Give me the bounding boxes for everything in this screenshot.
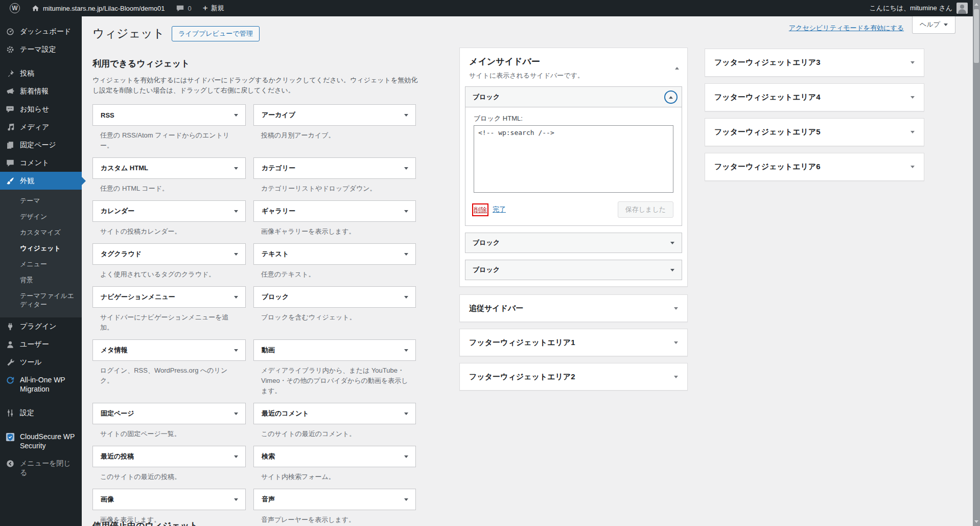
chevron-down-icon[interactable] [234,167,238,172]
widget-card-image[interactable]: 画像 [92,489,246,510]
widget-card-video[interactable]: 動画 [253,339,416,361]
sidebar-item-posts[interactable]: 投稿 [0,64,82,82]
sidebar-item-settings[interactable]: 設定 [0,404,82,422]
sidebar-item-news[interactable]: 新着情報 [0,82,82,100]
new-content-button[interactable]: + 新規 [198,0,229,16]
widget-card-archives[interactable]: アーカイブ [253,104,416,126]
widget-card-block[interactable]: ブロック [253,286,416,308]
chevron-down-icon[interactable] [404,114,408,119]
widget-card-rss[interactable]: RSS [92,104,246,126]
chevron-up-icon [974,1,978,6]
panel-title: フッターウィジェットエリア5 [714,127,821,137]
sidebar-item-background[interactable]: 背景 [0,272,82,288]
chevron-down-icon[interactable] [234,349,238,354]
sidebar-item-collapse-menu[interactable]: メニューを閉じる [0,454,82,481]
sidebar-item-dashboard[interactable]: ダッシュボード [0,22,82,40]
comments-link[interactable]: 0 [171,0,196,16]
widget-card-nav-menu[interactable]: ナビゲーションメニュー [92,286,246,308]
sidebar-item-themes[interactable]: テーマ [0,193,82,209]
widget-card-categories[interactable]: カテゴリー [253,157,416,179]
chevron-down-icon[interactable] [404,210,408,215]
inactive-widgets-heading: 使用停止中のウィジェット [92,520,198,526]
chevron-down-icon[interactable] [234,253,238,258]
sidebar-item-label: ユーザー [20,339,49,349]
footer-widget-area4-panel[interactable]: フッターウィジェットエリア4 [705,83,924,111]
chevron-down-icon[interactable] [234,296,238,301]
done-link[interactable]: 完了 [493,205,506,214]
chevron-down-icon[interactable] [404,413,408,417]
widget-card-gallery[interactable]: ギャラリー [253,200,416,222]
live-preview-manage-button[interactable]: ライブプレビューで管理 [172,26,259,41]
sidebar-item-customize[interactable]: カスタマイズ [0,224,82,240]
sticky-sidebar-panel[interactable]: 追従サイドバー [459,294,688,322]
block-widget-collapsed[interactable]: ブロック [465,260,682,280]
saved-button[interactable]: 保存しました [618,201,673,218]
chevron-down-icon[interactable] [404,253,408,258]
right-sidebars-column: フッターウィジェットエリア3 フッターウィジェットエリア4 フッターウィジェット… [705,49,924,188]
sidebar-item-comments[interactable]: コメント [0,154,82,172]
sidebar-item-cloudsecure[interactable]: CloudSecure WP Security [0,428,82,454]
chevron-down-icon[interactable] [404,455,408,460]
widget-card-search[interactable]: 検索 [253,446,416,467]
chevron-down-icon[interactable] [234,455,238,460]
sidebar-item-users[interactable]: ユーザー [0,335,82,353]
scroll-up-button[interactable] [973,0,980,8]
wordpress-logo-button[interactable]: W [5,0,25,16]
chevron-down-icon [674,307,678,312]
sidebar-item-menus[interactable]: メニュー [0,256,82,272]
avatar[interactable] [956,3,968,14]
block-html-textarea[interactable]: <!-- wp:search /--> [474,125,673,193]
widget-card-calendar[interactable]: カレンダー [92,200,246,222]
sidebar-item-ai1wm[interactable]: All-in-One WP Migration [0,371,82,398]
collapse-panel-button[interactable] [675,58,679,67]
footer-widget-area5-panel[interactable]: フッターウィジェットエリア5 [705,118,924,146]
chevron-down-icon[interactable] [404,296,408,301]
block-widget-collapsed[interactable]: ブロック [465,233,682,253]
footer-widget-area3-panel[interactable]: フッターウィジェットエリア3 [705,49,924,77]
widget-card-meta[interactable]: メタ情報 [92,339,246,361]
widget-name: ナビゲーションメニュー [93,292,175,302]
sidebar-item-design[interactable]: デザイン [0,209,82,224]
chevron-down-icon[interactable] [404,167,408,172]
widget-card-custom-html[interactable]: カスタム HTML [92,157,246,179]
widget-card-tag-cloud[interactable]: タグクラウド [92,243,246,265]
scroll-down-button[interactable] [973,518,980,526]
sidebar-item-media[interactable]: メディア [0,118,82,136]
sidebar-item-plugins[interactable]: プラグイン [0,317,82,335]
sidebar-item-label: CloudSecure WP Security [20,432,78,450]
footer-widget-area6-panel[interactable]: フッターウィジェットエリア6 [705,153,924,181]
widget-description: このサイトの最近のコメント。 [261,429,408,439]
chevron-down-icon[interactable] [404,349,408,354]
scrollbar-thumb[interactable] [974,9,979,63]
sidebar-item-tools[interactable]: ツール [0,353,82,371]
block-widget-header[interactable]: ブロック [465,87,682,107]
chevron-down-icon[interactable] [234,210,238,215]
footer-widget-area2-panel[interactable]: フッターウィジェットエリア2 [459,363,688,391]
sidebar-item-theme-file-editor[interactable]: テーマファイルエディター [0,288,82,312]
widget-card-recent-posts[interactable]: 最近の投稿 [92,446,246,467]
chevron-down-icon[interactable] [670,269,674,273]
footer-widget-area1-panel[interactable]: フッターウィジェットエリア1 [459,329,688,356]
chevron-down-icon[interactable] [234,114,238,119]
vertical-scrollbar[interactable] [973,0,980,526]
sidebar-item-notice[interactable]: お知らせ [0,100,82,118]
chevron-down-icon[interactable] [234,498,238,503]
site-name-link[interactable]: mitumine.stars.ne.jp/Lilac-Bloom/demo01 [27,0,169,16]
sidebar-item-theme-settings[interactable]: テーマ設定 [0,40,82,58]
widget-card-text[interactable]: テキスト [253,243,416,265]
widget-name: カテゴリー [254,164,295,173]
chevron-down-icon[interactable] [234,413,238,417]
accessibility-mode-link[interactable]: アクセシビリティモードを有効にする [789,24,904,33]
delete-widget-link[interactable]: 削除 [474,206,487,214]
collapse-widget-button[interactable] [664,90,678,104]
sidebar-item-pages[interactable]: 固定ページ [0,136,82,154]
help-button[interactable]: ヘルプ [912,16,955,34]
widget-card-recent-comments[interactable]: 最近のコメント [253,403,416,424]
sidebar-item-widgets[interactable]: ウィジェット [0,240,82,256]
chevron-down-icon[interactable] [404,498,408,503]
account-greeting[interactable]: こんにちは、mitumine さん [870,4,952,13]
chevron-down-icon[interactable] [670,242,674,246]
sidebar-item-appearance[interactable]: 外観 [0,172,82,190]
widget-card-pages[interactable]: 固定ページ [92,403,246,424]
widget-card-audio[interactable]: 音声 [253,489,416,510]
